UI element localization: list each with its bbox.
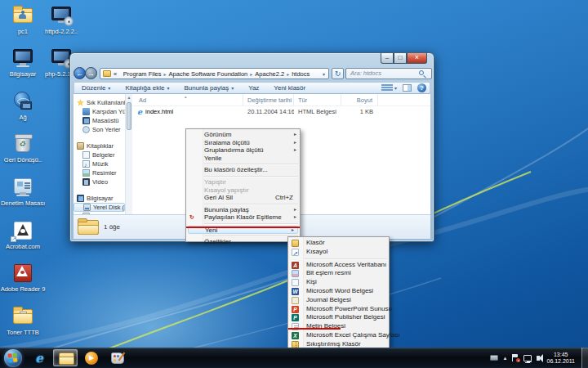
desktop-icon-adobe-reader[interactable]: Adobe Reader 9 bbox=[0, 262, 47, 293]
menu-item-paylasilan-klasor-esitleme[interactable]: ↻Paylaşılan Klasör Eşitleme▸ bbox=[186, 213, 300, 222]
hidden-icons-arrow-icon[interactable]: ▲ bbox=[503, 356, 508, 361]
address-row: ← → « . Program Files ▸ Apache Software … bbox=[74, 67, 430, 80]
taskbar-media-player-button[interactable]: ▶ bbox=[79, 349, 104, 366]
taskbar-clock[interactable]: 13:45 06.12.2011 bbox=[543, 352, 581, 365]
submenu-item-klasor[interactable]: Klasör bbox=[288, 239, 389, 248]
sidebar-item-pictures[interactable]: Resimler bbox=[74, 168, 125, 177]
file-type: HTML Belgesi bbox=[294, 106, 341, 117]
folder-icon bbox=[292, 240, 299, 247]
powerpoint-icon: P bbox=[292, 306, 299, 313]
submenu-item-word[interactable]: WMicrosoft Word Belgesi bbox=[288, 287, 389, 296]
desktop-icon-toner[interactable]: Toner TTTB bbox=[0, 305, 47, 336]
chevron-down-icon[interactable]: ▾ bbox=[394, 85, 397, 91]
computer-icon bbox=[11, 47, 35, 70]
sidebar-item-local-disk-c[interactable]: Yerel Disk (C:) bbox=[74, 203, 125, 212]
menu-item-ozellikler[interactable]: Özellikler bbox=[186, 238, 300, 246]
tray-device-icon[interactable] bbox=[490, 355, 498, 361]
column-header-name[interactable]: Ad▴ bbox=[132, 94, 243, 105]
windows-logo-icon bbox=[7, 352, 18, 363]
installer-icon bbox=[49, 4, 74, 27]
submenu-item-access[interactable]: AMicrosoft Access Veritabanı bbox=[288, 261, 389, 270]
menu-item-bu-klasoru-ozellestir[interactable]: Bu klasörü özelleştir... bbox=[186, 166, 300, 174]
toolbar-yeni-klasor[interactable]: Yeni klasör bbox=[266, 84, 313, 92]
column-header-type[interactable]: Tür bbox=[294, 94, 341, 105]
media-player-icon: ▶ bbox=[85, 352, 98, 365]
acrobat-icon bbox=[11, 219, 35, 242]
toolbar-bununla-paylas[interactable]: Bununla paylaş▾ bbox=[176, 84, 241, 92]
forward-button[interactable]: → bbox=[85, 67, 97, 79]
desktop-icon-ag[interactable]: Ağ bbox=[0, 90, 47, 121]
sidebar-item-documents[interactable]: Belgeler bbox=[74, 150, 125, 159]
video-icon bbox=[82, 178, 90, 186]
refresh-button[interactable]: ↻ bbox=[332, 68, 344, 79]
help-icon[interactable]: ? bbox=[417, 83, 426, 92]
menu-item-geri-al-sil[interactable]: Geri Al SilCtrl+Z bbox=[186, 194, 300, 202]
action-center-flag-icon[interactable]: x bbox=[512, 354, 519, 361]
change-view-icon[interactable] bbox=[381, 84, 393, 92]
sidebar-group-libraries[interactable]: Kitaplıklar bbox=[74, 141, 125, 150]
desktop-icon-httpd-installer[interactable]: httpd-2.2.2.. bbox=[38, 4, 85, 35]
sidebar-item-desktop[interactable]: Masaüstü bbox=[74, 116, 125, 125]
annotation-underline-metin-belgesi bbox=[288, 328, 341, 330]
sidebar-group-computer[interactable]: Bilgisayar bbox=[74, 194, 125, 203]
desktop-icon-denetim-masasi[interactable]: Denetim Masası bbox=[0, 176, 47, 207]
submenu-item-journal[interactable]: Journal Belgesi bbox=[288, 296, 389, 305]
taskbar-explorer-button[interactable] bbox=[53, 349, 78, 366]
menu-item-gorunum[interactable]: Görünüm▸ bbox=[186, 131, 300, 139]
taskbar-paint-button[interactable] bbox=[105, 349, 130, 366]
close-button[interactable]: × bbox=[407, 53, 427, 64]
sidebar-item-videos[interactable]: Video bbox=[74, 177, 125, 186]
sidebar-item-music[interactable]: Müzik bbox=[74, 159, 125, 168]
column-header-size[interactable]: Boyut bbox=[341, 94, 378, 105]
search-icon bbox=[419, 70, 424, 75]
menu-item-yenile[interactable]: Yenile bbox=[186, 155, 300, 163]
disk-icon bbox=[83, 204, 91, 211]
address-dropdown-icon[interactable]: ▾ bbox=[323, 71, 327, 77]
sidebar-item-recent[interactable]: Son Yerler bbox=[74, 125, 125, 134]
paint-icon bbox=[111, 352, 124, 364]
preview-pane-icon[interactable] bbox=[403, 84, 412, 92]
column-header-date[interactable]: Değiştirme tarihi bbox=[243, 94, 294, 105]
breadcrumb[interactable]: « . Program Files ▸ Apache Software Foun… bbox=[100, 68, 329, 79]
toolbar-duzenle[interactable]: Düzenle▾ bbox=[74, 84, 118, 92]
network-tray-icon[interactable] bbox=[523, 355, 532, 361]
breadcrumb-segment[interactable]: Apache2.2 bbox=[255, 70, 284, 78]
desktop-icon-acrobat-com[interactable]: Acrobat.com bbox=[0, 219, 47, 250]
toolbar-yaz[interactable]: Yaz bbox=[241, 84, 266, 92]
shortcut-icon: ➚ bbox=[292, 249, 299, 256]
submenu-item-metin-belgesi[interactable]: Metin Belgesi bbox=[288, 322, 389, 331]
breadcrumb-segment[interactable]: Apache Software Foundation bbox=[169, 70, 248, 78]
minimize-button[interactable]: – bbox=[381, 53, 394, 64]
toolbar-kitapliga-ekle[interactable]: Kitaplığa ekle▾ bbox=[118, 84, 176, 92]
file-size: 1 KB bbox=[341, 106, 378, 117]
menu-item-gruplandirma-olcutu[interactable]: Gruplandırma ölçütü▸ bbox=[186, 146, 300, 155]
submenu-item-kisi[interactable]: Kişi bbox=[288, 278, 389, 287]
sidebar-scrollbar[interactable]: ▲ bbox=[125, 94, 132, 215]
breadcrumb-segment[interactable]: Program Files bbox=[123, 70, 162, 78]
submenu-item-powerpoint[interactable]: PMicrosoft PowerPoint Sunusu bbox=[288, 305, 389, 314]
shortcut-label: Ctrl+Z bbox=[275, 194, 293, 202]
sidebar-group-favorites[interactable]: Sık Kullanılanlar bbox=[74, 98, 125, 107]
desktop-icon-label: Geri Dönüşü.. bbox=[0, 157, 47, 164]
volume-icon[interactable] bbox=[537, 356, 540, 361]
breadcrumb-segment[interactable]: htdocs bbox=[292, 70, 310, 78]
start-button[interactable] bbox=[4, 349, 22, 367]
breadcrumb-separator-icon: ▸ bbox=[287, 71, 289, 77]
submenu-item-excel[interactable]: XMicrosoft Excel Çalışma Sayfası bbox=[288, 331, 389, 340]
menu-item-siralama-olcutu[interactable]: Sıralama ölçütü▸ bbox=[186, 139, 300, 147]
item-count: 1 öğe bbox=[104, 223, 120, 231]
show-desktop-button[interactable] bbox=[581, 348, 588, 368]
submenu-item-bitmap[interactable]: Bit eşlem resmi bbox=[288, 269, 389, 278]
menu-item-bununla-paylas[interactable]: Bununla paylaş▸ bbox=[186, 206, 300, 214]
scroll-up-icon[interactable]: ▲ bbox=[126, 94, 132, 101]
submenu-item-kisayol[interactable]: ➚Kısayol bbox=[288, 248, 389, 257]
taskbar-ie-button[interactable]: e bbox=[27, 349, 51, 366]
back-button[interactable]: ← bbox=[74, 67, 86, 79]
breadcrumb-prefix: « bbox=[114, 70, 117, 78]
desktop-icon-recycle-bin[interactable]: Geri Dönüşü.. bbox=[0, 132, 47, 164]
file-row[interactable]: eindex.html 20.11.2004 14:16 HTML Belges… bbox=[132, 106, 430, 117]
sidebar-item-downloads[interactable]: Karşıdan Yüklem bbox=[74, 107, 125, 116]
maximize-button[interactable]: □ bbox=[394, 53, 407, 64]
scrollbar-thumb[interactable] bbox=[127, 102, 131, 130]
submenu-item-publisher[interactable]: PMicrosoft Publisher Belgesi bbox=[288, 313, 389, 322]
